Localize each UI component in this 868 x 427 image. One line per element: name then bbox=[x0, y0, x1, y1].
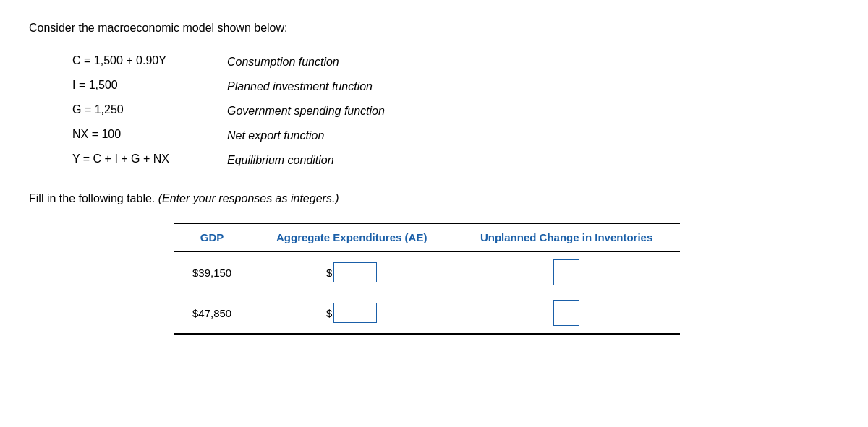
function-label-5: Equilibrium condition bbox=[227, 152, 385, 169]
data-table: GDP Aggregate Expenditures (AE) Unplanne… bbox=[174, 223, 680, 335]
equation-1: C = 1,500 + 0.90Y bbox=[72, 52, 169, 69]
table-container: GDP Aggregate Expenditures (AE) Unplanne… bbox=[174, 223, 796, 335]
uci-input-1[interactable] bbox=[553, 259, 579, 285]
equations-right: Consumption function Planned investment … bbox=[227, 53, 385, 169]
table-row: $39,150 $ bbox=[174, 251, 680, 293]
table-row: $47,850 $ bbox=[174, 293, 680, 334]
uci-column-header: Unplanned Change in Inventories bbox=[453, 223, 680, 251]
ae-input-cell-2: $ bbox=[250, 293, 453, 334]
ae-input-wrapper-1: $ bbox=[326, 262, 377, 282]
table-header-row-top: GDP Aggregate Expenditures (AE) Unplanne… bbox=[174, 223, 680, 251]
equation-4: NX = 100 bbox=[72, 126, 169, 143]
equations-section: C = 1,500 + 0.90Y I = 1,500 G = 1,250 NX… bbox=[72, 52, 839, 169]
equation-2: I = 1,500 bbox=[72, 77, 169, 94]
gdp-column-header: GDP bbox=[174, 223, 250, 251]
function-label-4: Net export function bbox=[227, 127, 385, 145]
ae-input-2[interactable] bbox=[333, 303, 377, 323]
equation-5: Y = C + I + G + NX bbox=[72, 150, 169, 168]
function-label-2: Planned investment function bbox=[227, 78, 385, 95]
instruction-italic: (Enter your responses as integers.) bbox=[158, 192, 339, 204]
instruction-text: Fill in the following table. (Enter your… bbox=[29, 192, 839, 205]
ae-input-wrapper-2: $ bbox=[326, 303, 377, 323]
equations-left: C = 1,500 + 0.90Y I = 1,500 G = 1,250 NX… bbox=[72, 52, 169, 169]
uci-input-2[interactable] bbox=[553, 300, 579, 326]
instruction-main: Fill in the following table. bbox=[29, 192, 155, 204]
ae-input-1[interactable] bbox=[333, 262, 377, 282]
equation-3: G = 1,250 bbox=[72, 101, 169, 118]
ae-column-header: Aggregate Expenditures (AE) bbox=[250, 223, 453, 251]
gdp-value-1: $39,150 bbox=[174, 251, 250, 293]
dollar-sign-2: $ bbox=[326, 307, 332, 319]
uci-input-cell-1 bbox=[453, 251, 680, 293]
dollar-sign-1: $ bbox=[326, 267, 332, 279]
intro-text: Consider the macroeconomic model shown b… bbox=[29, 22, 839, 35]
uci-input-cell-2 bbox=[453, 293, 680, 334]
gdp-value-2: $47,850 bbox=[174, 293, 250, 334]
function-label-1: Consumption function bbox=[227, 53, 385, 71]
ae-input-cell-1: $ bbox=[250, 251, 453, 293]
function-label-3: Government spending function bbox=[227, 103, 385, 120]
